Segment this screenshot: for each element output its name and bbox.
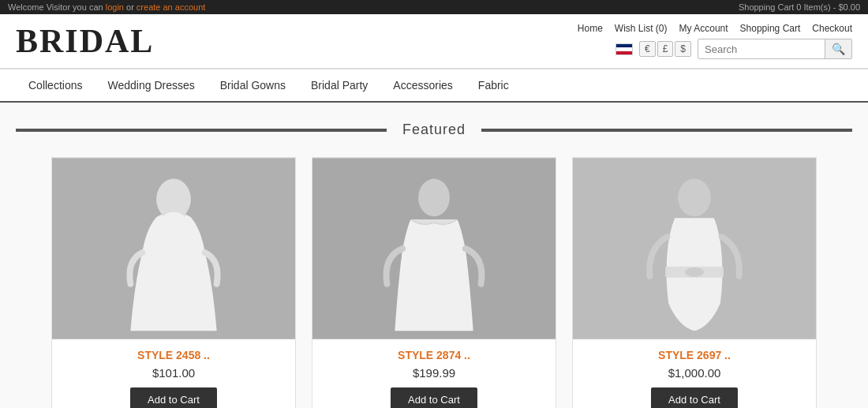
add-to-cart-button-3[interactable]: Add to Cart xyxy=(651,387,738,408)
product-image-1 xyxy=(52,158,295,339)
checkout-link[interactable]: Checkout xyxy=(812,23,852,34)
search-input[interactable] xyxy=(698,39,825,58)
currency-buttons: € £ $ xyxy=(639,41,691,57)
nav-item-collections[interactable]: Collections xyxy=(16,69,95,101)
euro-button[interactable]: € xyxy=(639,41,656,57)
header-controls: € £ $ 🔍 xyxy=(615,39,852,59)
products-grid: STYLE 2458 .. $101.00 Add to Cart xyxy=(16,157,852,408)
product-style-3: STYLE 2697 .. xyxy=(582,349,806,361)
product-card: STYLE 2458 .. $101.00 Add to Cart xyxy=(51,157,296,408)
product-price-3: $1,000.00 xyxy=(582,366,806,380)
top-bar-right: Shopping Cart 0 Item(s) - $0.00 xyxy=(739,2,860,12)
featured-title: Featured xyxy=(387,118,481,141)
top-bar: Welcome Visitor you can login or create … xyxy=(0,0,868,14)
nav-bar: Collections Wedding Dresses Bridal Gowns… xyxy=(0,69,868,103)
create-account-link[interactable]: create an account xyxy=(137,2,205,12)
cart-summary[interactable]: Shopping Cart 0 Item(s) - $0.00 xyxy=(739,2,860,12)
welcome-message: Welcome Visitor you can login or create … xyxy=(8,2,205,12)
add-to-cart-button-1[interactable]: Add to Cart xyxy=(130,387,217,408)
wishlist-link[interactable]: Wish List (0) xyxy=(615,23,668,34)
product-info-3: STYLE 2697 .. $1,000.00 Add to Cart xyxy=(573,339,816,408)
header-nav-links: Home Wish List (0) My Account Shopping C… xyxy=(578,23,852,34)
logo: BRIDAL xyxy=(16,22,154,60)
flag-icon xyxy=(615,43,633,55)
product-card: STYLE 2697 .. $1,000.00 Add to Cart xyxy=(572,157,817,408)
product-price-1: $101.00 xyxy=(62,366,286,380)
search-box: 🔍 xyxy=(698,39,852,59)
svg-point-3 xyxy=(418,179,450,217)
pound-button[interactable]: £ xyxy=(657,41,674,57)
nav-item-bridal-gowns[interactable]: Bridal Gowns xyxy=(208,69,298,101)
product-info-1: STYLE 2458 .. $101.00 Add to Cart xyxy=(52,339,295,408)
featured-header: Featured xyxy=(16,118,852,141)
product-info-2: STYLE 2874 .. $199.99 Add to Cart xyxy=(312,339,556,408)
shopping-cart-link[interactable]: Shopping Cart xyxy=(740,23,801,34)
search-button[interactable]: 🔍 xyxy=(825,39,851,58)
nav-item-accessories[interactable]: Accessories xyxy=(380,69,465,101)
featured-section: Featured STYLE 2458 xyxy=(0,103,868,408)
product-image-2 xyxy=(312,158,556,339)
nav-item-bridal-party[interactable]: Bridal Party xyxy=(298,69,380,101)
header: BRIDAL Home Wish List (0) My Account Sho… xyxy=(0,14,868,69)
svg-point-5 xyxy=(678,179,711,217)
product-image-3 xyxy=(573,158,816,339)
featured-bar-right xyxy=(481,129,852,132)
add-to-cart-button-2[interactable]: Add to Cart xyxy=(391,387,477,408)
svg-point-7 xyxy=(685,268,704,277)
login-link[interactable]: login xyxy=(106,2,124,12)
product-card: STYLE 2874 .. $199.99 Add to Cart xyxy=(312,157,556,408)
my-account-link[interactable]: My Account xyxy=(679,23,728,34)
header-right: Home Wish List (0) My Account Shopping C… xyxy=(578,23,852,59)
dollar-button[interactable]: $ xyxy=(675,41,691,57)
product-price-2: $199.99 xyxy=(322,366,546,380)
product-style-2: STYLE 2874 .. xyxy=(322,349,546,361)
nav-item-fabric[interactable]: Fabric xyxy=(466,69,522,101)
featured-bar-left xyxy=(16,129,387,132)
home-link[interactable]: Home xyxy=(578,23,603,34)
product-style-1: STYLE 2458 .. xyxy=(62,349,286,361)
nav-item-wedding-dresses[interactable]: Wedding Dresses xyxy=(95,69,207,101)
